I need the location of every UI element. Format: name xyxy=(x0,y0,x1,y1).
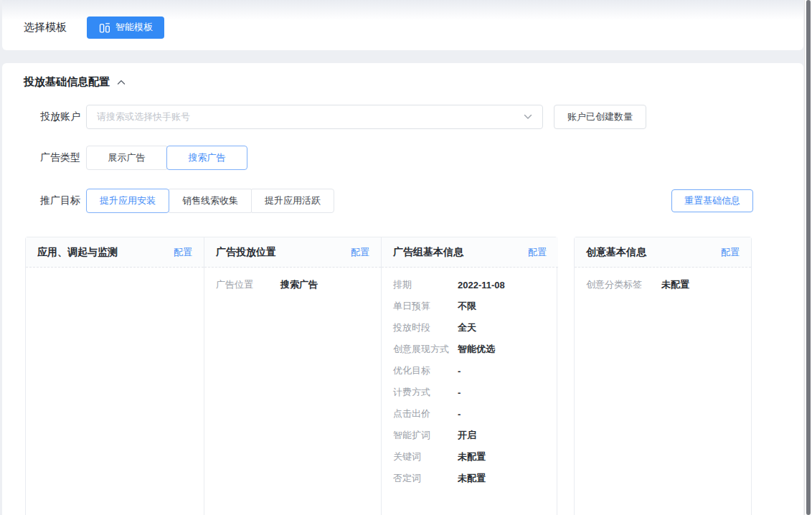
configure-link[interactable]: 配置 xyxy=(174,246,192,259)
info-row: 创意展现方式 智能优选 xyxy=(393,339,547,360)
basic-config-section: 投放基础信息配置 投放账户 请搜索或选择快手账号 账户已创建数量 广告类型 展示… xyxy=(2,63,803,515)
card-title: 应用、调起与监测 xyxy=(37,246,118,259)
info-row: 单日预算 不限 xyxy=(393,296,547,317)
card-app-monitor: 应用、调起与监测 配置 xyxy=(26,237,204,515)
info-value: - xyxy=(458,366,461,377)
account-row: 投放账户 请搜索或选择快手账号 账户已创建数量 xyxy=(24,105,782,129)
info-label: 投放时段 xyxy=(393,321,458,334)
goal-option-app-install[interactable]: 提升应用安装 xyxy=(86,189,169,213)
info-label: 排期 xyxy=(393,278,458,291)
configure-link[interactable]: 配置 xyxy=(351,246,369,259)
ad-type-option-display[interactable]: 展示广告 xyxy=(86,146,167,170)
promotion-goal-options: 提升应用安装 销售线索收集 提升应用活跃 xyxy=(86,189,334,213)
card-body: 广告位置 搜索广告 xyxy=(204,268,381,296)
card-title: 广告组基本信息 xyxy=(393,246,463,259)
info-label: 否定词 xyxy=(393,472,458,485)
info-label: 单日预算 xyxy=(393,300,458,313)
scrollbar-thumb[interactable] xyxy=(806,0,811,515)
card-body: 创意分类标签 未配置 xyxy=(575,268,751,296)
info-row: 创意分类标签 未配置 xyxy=(586,274,740,296)
info-row: 优化目标 - xyxy=(393,360,547,382)
configure-link[interactable]: 配置 xyxy=(528,246,547,259)
info-row: 点击出价 - xyxy=(393,403,547,425)
template-bar: 选择模板 智能模板 xyxy=(2,0,803,50)
info-value: 未配置 xyxy=(458,472,486,485)
ad-type-row: 广告类型 展示广告 搜索广告 xyxy=(24,146,782,170)
ad-type-options: 展示广告 搜索广告 xyxy=(86,146,247,170)
card-ad-placement: 广告投放位置 配置 广告位置 搜索广告 xyxy=(204,237,381,515)
account-label: 投放账户 xyxy=(40,110,86,123)
info-row: 排期 2022-11-08 xyxy=(393,274,547,296)
goal-option-app-activity[interactable]: 提升应用活跃 xyxy=(251,189,334,213)
info-label: 关键词 xyxy=(393,450,458,463)
template-icon xyxy=(98,22,110,34)
card-ad-group-info: 广告组基本信息 配置 排期 2022-11-08 单日预算 不限 投放时段 全天 xyxy=(381,237,558,515)
smart-template-button[interactable]: 智能模板 xyxy=(87,16,164,39)
info-row: 智能扩词 开启 xyxy=(393,425,547,446)
ad-type-label: 广告类型 xyxy=(40,151,86,164)
info-label: 优化目标 xyxy=(393,364,458,377)
account-select-placeholder: 请搜索或选择快手账号 xyxy=(97,110,190,123)
info-row: 投放时段 全天 xyxy=(393,317,547,339)
smart-template-label: 智能模板 xyxy=(115,21,153,34)
summary-cards-row: 应用、调起与监测 配置 广告投放位置 配置 广告位置 搜索广告 xyxy=(25,237,782,515)
info-value: 未配置 xyxy=(661,278,689,291)
template-bar-label: 选择模板 xyxy=(24,21,67,34)
info-value: - xyxy=(458,387,461,398)
section-title: 投放基础信息配置 xyxy=(24,75,110,89)
summary-card-group: 应用、调起与监测 配置 广告投放位置 配置 广告位置 搜索广告 xyxy=(25,237,557,515)
info-value: 智能优选 xyxy=(458,343,495,356)
info-value: 搜索广告 xyxy=(280,278,318,291)
info-label: 创意展现方式 xyxy=(393,343,458,356)
account-created-count-button[interactable]: 账户已创建数量 xyxy=(554,105,646,129)
info-value: 全天 xyxy=(458,321,476,334)
card-body xyxy=(26,268,204,274)
info-value: - xyxy=(458,409,461,420)
info-row: 否定词 未配置 xyxy=(393,468,547,489)
info-label: 计费方式 xyxy=(393,386,458,399)
info-label: 智能扩词 xyxy=(393,429,458,442)
ad-type-option-search[interactable]: 搜索广告 xyxy=(166,146,247,170)
info-value: 2022-11-08 xyxy=(458,280,505,290)
card-title: 广告投放位置 xyxy=(216,246,276,259)
reset-basic-info-button[interactable]: 重置基础信息 xyxy=(671,189,753,212)
card-title: 创意基本信息 xyxy=(586,246,646,259)
info-row: 关键词 未配置 xyxy=(393,446,547,468)
chevron-up-icon[interactable] xyxy=(117,80,126,85)
info-value: 开启 xyxy=(458,429,476,442)
info-label: 创意分类标签 xyxy=(586,278,661,291)
info-value: 未配置 xyxy=(458,450,486,463)
info-value: 不限 xyxy=(458,300,476,313)
vertical-scrollbar[interactable] xyxy=(804,0,812,515)
card-creative-info: 创意基本信息 配置 创意分类标签 未配置 xyxy=(574,237,752,515)
card-body: 排期 2022-11-08 单日预算 不限 投放时段 全天 创意展现方式 智能优… xyxy=(382,268,558,489)
promotion-goal-label: 推广目标 xyxy=(40,194,86,207)
configure-link[interactable]: 配置 xyxy=(721,246,740,259)
promotion-goal-row: 推广目标 提升应用安装 销售线索收集 提升应用活跃 重置基础信息 xyxy=(24,189,782,213)
info-row: 广告位置 搜索广告 xyxy=(216,274,369,296)
account-select[interactable]: 请搜索或选择快手账号 xyxy=(86,105,543,129)
goal-option-lead-collection[interactable]: 销售线索收集 xyxy=(169,189,252,213)
info-label: 点击出价 xyxy=(393,407,458,420)
chevron-down-icon xyxy=(524,114,532,120)
info-label: 广告位置 xyxy=(216,278,280,291)
info-row: 计费方式 - xyxy=(393,382,547,403)
